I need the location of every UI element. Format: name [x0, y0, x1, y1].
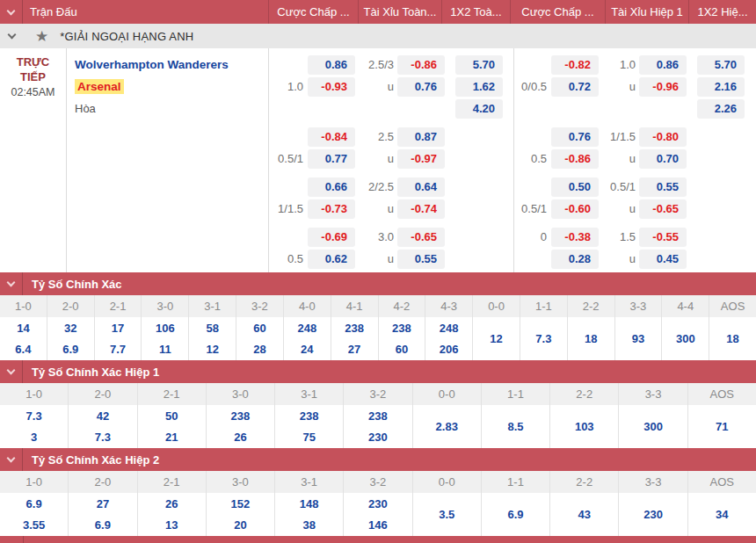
1x2-odds-cell[interactable]: 4.20: [455, 99, 503, 119]
ou-odds-cell[interactable]: -0.65: [397, 228, 445, 247]
1x2-odds-cell[interactable]: 1.62: [455, 77, 503, 97]
favorite-star-icon[interactable]: ★: [35, 29, 48, 44]
score-odds[interactable]: 6.4: [0, 339, 47, 360]
1x2-odds-cell[interactable]: 5.70: [455, 55, 503, 75]
section-collapse-icon[interactable]: [0, 360, 23, 383]
hdp-odds-cell[interactable]: 0.76: [551, 127, 599, 147]
score-odds[interactable]: 6.9: [47, 339, 94, 360]
1x2-odds-cell[interactable]: 2.26: [697, 99, 745, 119]
score-odds[interactable]: 6.9: [69, 515, 136, 536]
score-odds[interactable]: 230: [619, 504, 687, 525]
hdp-odds-cell[interactable]: 0.62: [308, 250, 355, 269]
score-odds[interactable]: 11: [142, 339, 188, 360]
score-odds[interactable]: 71: [688, 416, 756, 438]
hdp-odds-cell[interactable]: -0.93: [308, 77, 355, 97]
score-odds[interactable]: 148: [275, 494, 343, 515]
score-odds[interactable]: 13: [138, 515, 206, 536]
score-odds[interactable]: 32: [47, 318, 94, 339]
score-odds[interactable]: 238: [344, 406, 411, 427]
score-odds[interactable]: 28: [236, 339, 283, 360]
ou-odds-cell[interactable]: -0.80: [639, 127, 687, 147]
score-odds[interactable]: 18: [568, 329, 614, 350]
score-odds[interactable]: 3: [0, 427, 68, 448]
ou-odds-cell[interactable]: -0.86: [397, 55, 445, 75]
score-odds[interactable]: 12: [189, 339, 236, 360]
score-odds[interactable]: 7.7: [95, 339, 142, 360]
hdp-odds-cell[interactable]: 0.28: [551, 250, 599, 269]
score-odds[interactable]: 38: [275, 515, 343, 536]
score-odds[interactable]: 93: [615, 329, 662, 350]
score-odds[interactable]: 21: [138, 427, 206, 448]
score-odds[interactable]: 27: [69, 494, 136, 515]
score-odds[interactable]: 60: [236, 318, 283, 339]
score-odds[interactable]: 230: [344, 427, 411, 448]
ou-odds-cell[interactable]: 0.64: [397, 177, 445, 197]
hdp-odds-cell[interactable]: 0.86: [308, 55, 355, 75]
score-odds[interactable]: 26: [207, 427, 274, 448]
score-odds[interactable]: 42: [69, 406, 136, 427]
score-odds[interactable]: 7.3: [69, 427, 136, 448]
hdp-odds-cell[interactable]: -0.60: [551, 199, 599, 219]
score-odds[interactable]: 60: [379, 339, 425, 360]
score-odds[interactable]: 7.3: [520, 329, 567, 350]
score-odds[interactable]: 12: [473, 329, 520, 350]
score-odds[interactable]: 7.3: [0, 406, 68, 427]
hdp-odds-cell[interactable]: 0.77: [308, 149, 355, 169]
score-odds[interactable]: 50: [138, 406, 206, 427]
score-odds[interactable]: 3.5: [413, 504, 481, 525]
score-odds[interactable]: 106: [142, 318, 188, 339]
score-odds[interactable]: 75: [275, 427, 343, 448]
score-odds[interactable]: 43: [550, 504, 618, 525]
ou-odds-cell[interactable]: -0.55: [639, 228, 687, 247]
score-odds[interactable]: 238: [379, 318, 425, 339]
score-odds[interactable]: 206: [425, 339, 472, 360]
score-odds[interactable]: 152: [207, 494, 274, 515]
ou-odds-cell[interactable]: 0.55: [639, 177, 687, 197]
ou-odds-cell[interactable]: -0.65: [639, 199, 687, 219]
score-odds[interactable]: 27: [331, 339, 378, 360]
score-odds[interactable]: 8.5: [482, 416, 549, 438]
score-odds[interactable]: 17: [95, 318, 142, 339]
ou-odds-cell[interactable]: 0.86: [639, 55, 687, 75]
score-odds[interactable]: 146: [344, 515, 411, 536]
hdp-odds-cell[interactable]: -0.86: [551, 149, 599, 169]
section-collapse-icon[interactable]: [0, 272, 23, 295]
score-odds[interactable]: 34: [688, 504, 756, 525]
hdp-odds-cell[interactable]: -0.73: [308, 199, 355, 219]
score-odds[interactable]: 230: [344, 494, 411, 515]
league-collapse-icon[interactable]: [0, 34, 23, 38]
score-odds[interactable]: 58: [189, 318, 236, 339]
score-odds[interactable]: 6.9: [0, 494, 68, 515]
1x2-odds-cell[interactable]: 2.16: [697, 77, 745, 97]
hdp-odds-cell[interactable]: -0.84: [308, 127, 355, 147]
score-odds[interactable]: 3.55: [0, 515, 68, 536]
score-odds[interactable]: 26: [138, 494, 206, 515]
score-odds[interactable]: 238: [331, 318, 378, 339]
hdp-odds-cell[interactable]: -0.69: [308, 228, 355, 247]
hdp-odds-cell[interactable]: -0.82: [551, 55, 599, 75]
hdp-odds-cell[interactable]: 0.50: [551, 177, 599, 197]
1x2-odds-cell[interactable]: 5.70: [697, 55, 745, 75]
ou-odds-cell[interactable]: -0.97: [397, 149, 445, 169]
score-odds[interactable]: 300: [619, 416, 687, 438]
score-odds[interactable]: 248: [425, 318, 472, 339]
ou-odds-cell[interactable]: 0.70: [639, 149, 687, 169]
score-odds[interactable]: 238: [275, 406, 343, 427]
score-odds[interactable]: 248: [284, 318, 331, 339]
score-odds[interactable]: 18: [709, 329, 756, 350]
ou-odds-cell[interactable]: 0.76: [397, 77, 445, 97]
score-odds[interactable]: 2.83: [413, 416, 481, 438]
score-odds[interactable]: 238: [207, 406, 274, 427]
score-odds[interactable]: 20: [207, 515, 274, 536]
ou-odds-cell[interactable]: 0.55: [397, 250, 445, 269]
hdp-odds-cell[interactable]: -0.38: [551, 228, 599, 247]
score-odds[interactable]: 14: [0, 318, 47, 339]
ou-odds-cell[interactable]: 0.45: [639, 250, 687, 269]
score-odds[interactable]: 300: [662, 329, 709, 350]
ou-odds-cell[interactable]: 0.87: [397, 127, 445, 147]
section-collapse-icon[interactable]: [0, 448, 23, 471]
score-odds[interactable]: 103: [550, 416, 618, 438]
hdp-odds-cell[interactable]: 0.72: [551, 77, 599, 97]
ou-odds-cell[interactable]: -0.74: [397, 199, 445, 219]
score-odds[interactable]: 24: [284, 339, 331, 360]
